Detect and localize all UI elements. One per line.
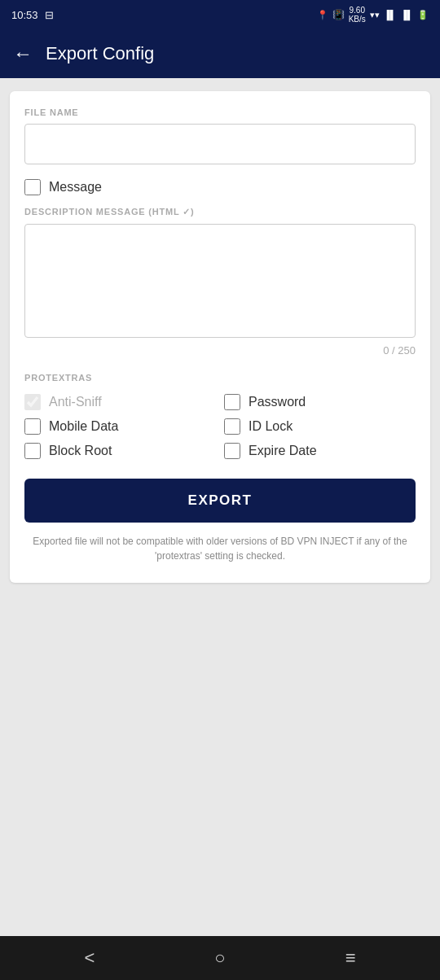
description-label: DESCRIPTION MESSAGE (HTML ✓): [24, 207, 416, 217]
signal-icon-2: ▐▌: [400, 10, 413, 20]
signal-icon-1: ▐▌: [384, 10, 397, 20]
protext-password: Password: [224, 394, 416, 410]
status-bar: 10:53 ⊟ 📍 📳 9.60KB/s ▾▾ ▐▌ ▐▌ 🔋: [0, 0, 440, 29]
nav-home-button[interactable]: ○: [208, 941, 231, 975]
message-checkbox[interactable]: [24, 179, 41, 195]
export-config-card: FILE NAME Message DESCRIPTION MESSAGE (H…: [10, 91, 430, 583]
expire-date-checkbox[interactable]: [224, 443, 240, 459]
protextras-grid: Anti-Sniff Password Mobile Data ID Lock …: [24, 394, 416, 459]
message-checkbox-row: Message: [24, 179, 416, 195]
app-bar: ← Export Config: [0, 29, 440, 78]
data-speed: 9.60KB/s: [349, 6, 366, 24]
file-name-input[interactable]: [24, 124, 416, 164]
description-textarea[interactable]: [24, 224, 416, 338]
notification-icon: ⊟: [45, 9, 54, 21]
id-lock-checkbox[interactable]: [224, 418, 240, 435]
password-checkbox[interactable]: [224, 394, 240, 410]
block-root-checkbox[interactable]: [24, 443, 41, 459]
battery-icon: 🔋: [417, 10, 429, 20]
char-count: 0 / 250: [24, 344, 416, 357]
location-icon: 📍: [317, 10, 328, 20]
warning-text: Exported file will not be compatible wit…: [24, 534, 416, 563]
expire-date-label[interactable]: Expire Date: [249, 444, 317, 458]
id-lock-label[interactable]: ID Lock: [249, 419, 293, 434]
file-name-label: FILE NAME: [24, 107, 416, 117]
anti-sniff-checkbox: [24, 394, 41, 410]
nav-back-button[interactable]: <: [78, 941, 102, 975]
message-checkbox-label[interactable]: Message: [49, 180, 102, 195]
export-button[interactable]: EXPORT: [24, 479, 416, 523]
mobile-data-checkbox[interactable]: [24, 418, 41, 435]
status-bar-left: 10:53 ⊟: [11, 9, 54, 21]
protext-mobile-data: Mobile Data: [24, 418, 216, 435]
block-root-label[interactable]: Block Root: [49, 444, 112, 458]
protextras-label: PROTEXTRAS: [24, 373, 416, 383]
wifi-icon: ▾▾: [370, 10, 380, 20]
signal-vibrate-icon: 📳: [332, 9, 345, 20]
mobile-data-label[interactable]: Mobile Data: [49, 419, 118, 434]
back-button[interactable]: ←: [13, 42, 33, 65]
bottom-nav-bar: < ○ ≡: [0, 936, 440, 980]
page-title: Export Config: [46, 43, 154, 64]
anti-sniff-label: Anti-Sniff: [49, 395, 102, 409]
status-bar-right: 📍 📳 9.60KB/s ▾▾ ▐▌ ▐▌ 🔋: [317, 6, 429, 24]
protext-block-root: Block Root: [24, 443, 216, 459]
protext-anti-sniff: Anti-Sniff: [24, 394, 216, 410]
nav-menu-button[interactable]: ≡: [339, 941, 363, 975]
protext-expire-date: Expire Date: [224, 443, 416, 459]
time-display: 10:53: [11, 9, 38, 21]
password-label[interactable]: Password: [249, 395, 306, 409]
main-content: FILE NAME Message DESCRIPTION MESSAGE (H…: [0, 78, 440, 936]
protext-id-lock: ID Lock: [224, 418, 416, 435]
